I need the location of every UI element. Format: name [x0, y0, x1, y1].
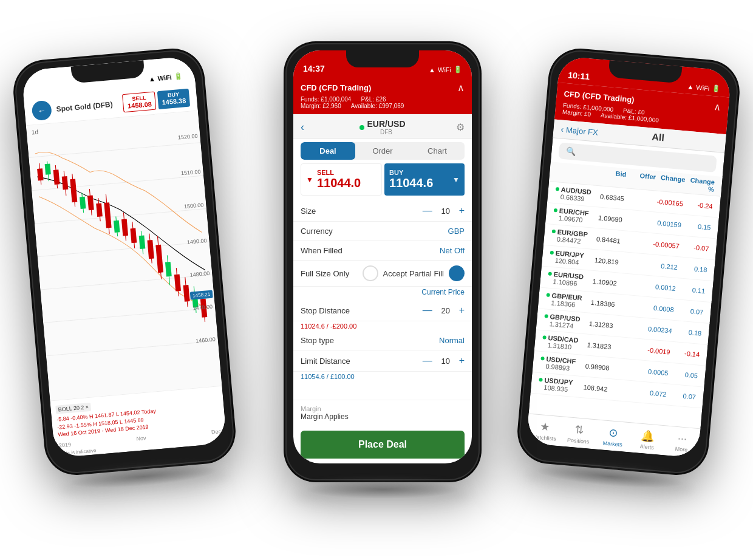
market-rows: AUD/USD 0.68339 0.68345 -0.00165 -0.24 E…: [530, 182, 720, 408]
green-dot-1: [554, 208, 558, 213]
header-close-3[interactable]: ∧: [714, 101, 722, 113]
market-bid-7: 1.31823: [581, 341, 612, 350]
market-instrument-8: USD/CHF 0.98893: [540, 355, 581, 373]
margin-section: Margin Margin Applies: [293, 400, 472, 426]
accept-toggle[interactable]: [449, 265, 465, 281]
place-deal-button[interactable]: Place Deal: [301, 431, 465, 459]
market-change-4: 0.0012: [646, 282, 676, 292]
col-header-change-pct: Change %: [684, 176, 715, 193]
svg-rect-16: [70, 179, 77, 202]
svg-rect-28: [121, 219, 128, 236]
markets-screen: 10:11 ▲ WiFi 🔋 CFD (CFD Trading) ∧ Funds…: [526, 56, 732, 458]
limit-plus[interactable]: +: [459, 355, 465, 366]
accept-label: Accept Partial Fill: [383, 269, 444, 278]
green-dot-5: [546, 293, 550, 297]
sell-price-block[interactable]: ▼ SELL 11044.0: [301, 163, 382, 196]
svg-line-3: [38, 242, 210, 257]
market-bid-9: 108.942: [578, 383, 608, 393]
stop-type-value[interactable]: Normal: [439, 336, 465, 345]
phones-container: ▲ WiFi 🔋 ← Spot Gold (DFB) SELL 1458.08: [12, 7, 741, 553]
stop-type-row: Stop type Normal: [293, 331, 472, 350]
margin-applies: Margin Applies: [301, 412, 465, 421]
limit-stepper[interactable]: — 10 +: [423, 355, 465, 366]
svg-rect-22: [96, 203, 103, 217]
instrument-indicator: EUR/USD DFB: [309, 119, 456, 135]
alerts-label: Alerts: [639, 443, 654, 451]
full-size-label: Full Size Only: [301, 269, 358, 278]
market-change-6: 0.00234: [642, 324, 673, 334]
sell-value-big: 11044.0: [317, 176, 361, 190]
buy-arrow-icon: ▼: [452, 176, 460, 184]
sell-box[interactable]: SELL 1458.08: [122, 92, 156, 113]
phone-reflection-2: [295, 483, 470, 508]
svg-rect-38: [165, 262, 172, 277]
buy-box[interactable]: BUY 1458.38: [157, 89, 190, 109]
market-change-7: -0.0019: [640, 346, 670, 355]
size-plus[interactable]: +: [459, 205, 465, 216]
svg-rect-32: [139, 236, 146, 250]
buy-price-block[interactable]: BUY 11044.6 ▼: [384, 163, 465, 196]
sell-label-big: SELL: [317, 169, 361, 176]
svg-rect-18: [80, 197, 86, 209]
limit-value: 10: [440, 357, 452, 366]
sell-buy-prices: ▼ SELL 11044.0 BUY 11044.6 ▼: [301, 163, 465, 196]
chart-title-area: Spot Gold (DFB): [51, 99, 123, 114]
size-minus[interactable]: —: [423, 205, 432, 216]
deal-back-button[interactable]: ‹: [301, 121, 304, 134]
market-bid-2: 0.84481: [591, 234, 621, 244]
chart-back-button[interactable]: ←: [31, 100, 52, 121]
markets-back-label[interactable]: Major FX: [566, 125, 599, 137]
market-change-pct-7: -0.14: [670, 349, 700, 358]
market-offer-2: [621, 241, 650, 244]
deal-tabs: Deal Order Chart: [301, 142, 465, 160]
limit-minus[interactable]: —: [423, 355, 432, 366]
stop-stepper[interactable]: — 20 +: [423, 305, 465, 316]
sell-buy-box: SELL 1458.08 BUY 1458.38: [122, 89, 190, 112]
green-dot-instrument: [359, 125, 364, 130]
market-change-2: -0.00057: [650, 240, 680, 250]
deal-funds-row: Funds: £1,000,004 P&L: £26: [301, 96, 465, 103]
market-instrument-1: EUR/CHF 1.09670: [553, 207, 593, 225]
search-icon: 🔍: [566, 146, 576, 156]
nav-positions[interactable]: ⇅ Positions: [560, 420, 597, 448]
market-instrument-6: GBP/USD 1.31274: [543, 312, 584, 330]
cfd-title-3: CFD (CFD Trading): [564, 89, 635, 104]
currency-label: Currency: [301, 227, 448, 236]
stop-plus[interactable]: +: [459, 305, 465, 316]
market-change-3: 0.212: [648, 261, 678, 271]
nav-markets[interactable]: ⊙ Markets: [595, 423, 632, 451]
svg-rect-8: [37, 168, 43, 180]
currency-value[interactable]: GBP: [448, 227, 465, 236]
col-header-offer: Offer: [625, 171, 656, 188]
nav-alerts[interactable]: 🔔 Alerts: [629, 425, 666, 454]
candlestick-chart: 1d 1520.00 1510.00 1500.00 1490.00 1480.…: [26, 111, 222, 401]
when-filled-value[interactable]: Net Off: [440, 246, 465, 255]
tab-deal[interactable]: Deal: [301, 142, 355, 160]
watchlists-icon: ★: [539, 420, 550, 434]
tab-order[interactable]: Order: [355, 142, 410, 160]
tab-chart[interactable]: Chart: [410, 142, 465, 160]
nav-more[interactable]: ··· More: [664, 428, 700, 457]
market-offer-6: [613, 326, 642, 328]
header-close-2[interactable]: ∧: [457, 82, 465, 94]
status-time-2: 14:37: [303, 64, 325, 73]
phone-deal: 14:37 ▲ WiFi 🔋 CFD (CFD Trading) ∧ Funds…: [285, 43, 480, 480]
size-stepper[interactable]: — 10 +: [423, 205, 465, 216]
market-bid-1: 1.09690: [593, 214, 623, 224]
markets-back-icon[interactable]: ‹: [560, 124, 564, 134]
svg-rect-40: [174, 275, 181, 292]
market-change-8: 0.0005: [638, 367, 669, 377]
markets-icon: ⊙: [608, 426, 619, 440]
full-size-toggle[interactable]: [363, 265, 378, 281]
svg-rect-20: [87, 195, 94, 210]
svg-line-2: [35, 208, 206, 224]
chart-svg: [26, 111, 222, 401]
bottom-nav: ★ Watchlists ⇅ Positions ⊙ Markets 🔔 Ale…: [526, 414, 700, 459]
stop-minus[interactable]: —: [423, 305, 432, 316]
green-dot-7: [542, 335, 547, 340]
size-label: Size: [301, 207, 423, 216]
nav-watchlists[interactable]: ★ Watchlists: [526, 417, 563, 445]
settings-icon[interactable]: ⚙: [456, 121, 465, 133]
status-time-3: 10:11: [568, 70, 590, 81]
current-price-link[interactable]: Current Price: [293, 287, 472, 300]
